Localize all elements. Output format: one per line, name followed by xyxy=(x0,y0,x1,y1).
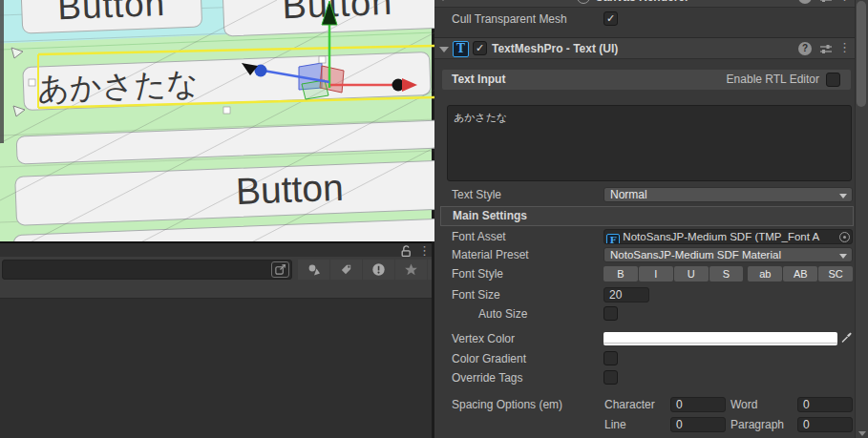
canvas-renderer-icon xyxy=(577,0,590,4)
spacing-word-input[interactable]: 0 xyxy=(797,397,853,412)
text-style-row: Text Style xyxy=(452,187,501,203)
text-style-value: Normal xyxy=(610,188,647,201)
lock-open-icon[interactable] xyxy=(399,244,413,258)
text-input-section-bar[interactable]: Text Input Enable RTL Editor xyxy=(442,70,851,90)
override-tags-label: Override Tags xyxy=(452,371,522,385)
enable-rtl-label: Enable RTL Editor xyxy=(727,70,819,90)
material-preset-value: NotoSansJP-Medium SDF Material xyxy=(610,249,781,261)
spacing-character-input[interactable]: 0 xyxy=(670,397,726,412)
spacing-line-input[interactable]: 0 xyxy=(670,417,726,432)
font-asset-value: NotoSansJP-Medium SDF (TMP_Font A xyxy=(623,231,819,242)
presets-icon[interactable] xyxy=(819,0,833,4)
color-gradient-label: Color Gradient xyxy=(452,352,526,365)
gizmo-axis-x[interactable] xyxy=(330,78,417,92)
color-gradient-checkbox[interactable] xyxy=(603,351,618,365)
exclamation-icon xyxy=(371,262,386,277)
text-style-dropdown[interactable]: Normal xyxy=(603,187,853,202)
cull-transparent-mesh-label: Cull Transparent Mesh xyxy=(452,12,567,26)
bold-button[interactable]: B xyxy=(603,266,638,282)
font-size-input[interactable]: 20 xyxy=(603,287,649,302)
chevron-down-icon xyxy=(839,254,847,259)
spacing-line-label: Line xyxy=(604,417,626,433)
shapes-icon xyxy=(307,262,322,277)
font-asset-icon: F xyxy=(606,234,620,244)
component-enabled-checkbox[interactable] xyxy=(473,41,487,55)
font-style-buttons: B I U S ab AB SC xyxy=(603,266,853,282)
enable-rtl-checkbox[interactable] xyxy=(826,73,840,87)
main-settings-section-bar[interactable]: Main Settings xyxy=(440,206,854,226)
panel-toolbar: 14 xyxy=(0,257,434,299)
tmp-component-header[interactable]: T TextMeshPro - Text (UI) ? ⋮ xyxy=(434,37,855,59)
text-input-field[interactable]: あかさたな xyxy=(447,105,852,181)
uppercase-button[interactable]: AB xyxy=(783,266,817,282)
alpha-strip xyxy=(603,343,837,344)
filter-by-label-button[interactable] xyxy=(330,260,362,280)
rect-anchor-handles[interactable] xyxy=(11,48,25,116)
spacing-options-label: Spacing Options (em) xyxy=(452,398,562,411)
text-input-header: Text Input xyxy=(442,73,505,86)
spacing-word-label: Word xyxy=(730,397,757,413)
material-preset-dropdown[interactable]: NotoSansJP-Medium SDF Material xyxy=(603,247,853,262)
left-pane: Button Button あかさたな Button xyxy=(0,0,434,438)
text-input-value: あかさたな xyxy=(454,112,507,123)
spacing-character-value: 0 xyxy=(676,398,683,411)
scrollbar-thumb[interactable] xyxy=(857,1,866,107)
canvas-renderer-header[interactable]: Canvas Renderer ? ⋮ xyxy=(434,0,855,8)
component-title: Canvas Renderer xyxy=(595,0,689,4)
material-preset-label: Material Preset xyxy=(452,248,529,261)
help-icon[interactable]: ? xyxy=(798,42,812,55)
spacing-paragraph-value: 0 xyxy=(803,418,810,431)
search-input[interactable] xyxy=(2,260,292,280)
auto-size-row: Auto Size xyxy=(478,306,527,323)
object-picker-icon[interactable] xyxy=(839,232,850,242)
main-settings-header: Main Settings xyxy=(453,209,527,222)
font-asset-row: Font Asset xyxy=(452,229,506,245)
spacing-paragraph-label: Paragraph xyxy=(730,417,784,433)
component-menu-icon[interactable]: ⋮ xyxy=(838,41,842,54)
override-tags-row: Override Tags xyxy=(452,370,522,386)
search-pick-icon[interactable] xyxy=(271,261,289,278)
font-asset-object-field[interactable]: F NotoSansJP-Medium SDF (TMP_Font A xyxy=(603,229,853,244)
eyedropper-icon[interactable] xyxy=(839,331,853,344)
help-icon[interactable]: ? xyxy=(798,0,812,4)
selection-outline xyxy=(38,46,434,108)
material-preset-row: Material Preset xyxy=(452,247,529,263)
spacing-line-value: 0 xyxy=(676,418,683,431)
vertex-color-label: Vertex Color xyxy=(452,332,515,345)
cull-transparent-mesh-checkbox[interactable] xyxy=(603,11,618,26)
font-style-row: Font Style xyxy=(452,266,503,282)
component-menu-icon[interactable]: ⋮ xyxy=(838,0,842,3)
font-size-row: Font Size xyxy=(452,287,500,303)
favorites-button[interactable] xyxy=(395,260,427,280)
vertex-color-swatch[interactable] xyxy=(603,332,837,345)
unity-editor-window: Button Button あかさたな Button xyxy=(0,0,868,438)
presets-icon[interactable] xyxy=(819,42,833,55)
font-asset-label: Font Asset xyxy=(452,230,506,243)
auto-size-label: Auto Size xyxy=(478,307,527,321)
underline-button[interactable]: U xyxy=(674,266,709,282)
scrollbar-down-arrow[interactable] xyxy=(858,431,866,436)
tmp-text-icon: T xyxy=(453,41,469,57)
panel-body xyxy=(0,300,432,438)
spacing-character-label: Character xyxy=(604,397,655,413)
smallcaps-button[interactable]: SC xyxy=(818,266,853,282)
log-filter-button[interactable] xyxy=(363,260,394,280)
foldout-icon[interactable] xyxy=(439,47,449,52)
color-gradient-row: Color Gradient xyxy=(452,351,526,367)
scene-view[interactable]: Button Button あかさたな Button xyxy=(0,0,434,241)
vertex-color-row: Vertex Color xyxy=(452,331,515,347)
strikethrough-button[interactable]: S xyxy=(709,266,744,282)
filter-by-type-button[interactable] xyxy=(298,260,329,280)
panel-titlebar: ⋮ xyxy=(0,241,434,257)
cull-transparent-mesh-row: Cull Transparent Mesh xyxy=(452,11,567,28)
foldout-icon[interactable] xyxy=(438,0,448,1)
italic-button[interactable]: I xyxy=(639,266,673,282)
inspector-panel: Canvas Renderer ? ⋮ Cull Transparent Mes… xyxy=(434,0,868,438)
spacing-paragraph-input[interactable]: 0 xyxy=(797,417,853,432)
auto-size-checkbox[interactable] xyxy=(603,306,618,321)
gizmo-plane-xz[interactable] xyxy=(302,80,328,99)
star-icon xyxy=(404,262,418,277)
panel-menu-icon[interactable]: ⋮ xyxy=(418,244,422,258)
lowercase-button[interactable]: ab xyxy=(748,266,782,282)
override-tags-checkbox[interactable] xyxy=(603,370,618,385)
